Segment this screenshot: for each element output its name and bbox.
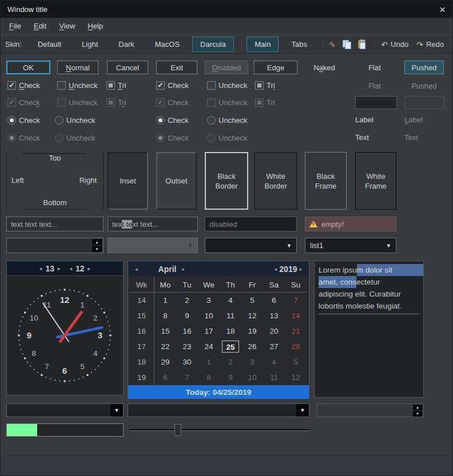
- cut-icon[interactable]: ✂: [329, 40, 336, 49]
- pushed-button[interactable]: Pushed: [404, 61, 444, 74]
- spin-right-icon[interactable]: ▸: [88, 266, 91, 271]
- slider[interactable]: [129, 423, 309, 437]
- slider-handle[interactable]: [174, 424, 181, 436]
- text-input[interactable]: text text text...: [6, 217, 104, 231]
- calendar-day[interactable]: 26: [241, 342, 263, 351]
- hour-spinner[interactable]: ◂ 13 ▸: [39, 264, 61, 273]
- text-input-selection[interactable]: text text text...: [108, 217, 198, 231]
- exit-button[interactable]: Exit: [156, 61, 197, 74]
- next-month-icon[interactable]: ▸: [180, 266, 187, 272]
- calendar-day[interactable]: 8: [198, 373, 220, 382]
- combobox-empty[interactable]: ▼: [205, 238, 297, 253]
- combobox-bottom-center[interactable]: ▼: [128, 403, 309, 417]
- calendar-day[interactable]: 7: [285, 296, 307, 305]
- radio-uncheck[interactable]: Uncheck: [207, 115, 251, 125]
- menu-view[interactable]: View: [53, 19, 81, 33]
- calendar-day[interactable]: 29: [154, 358, 176, 366]
- minute-spinner[interactable]: ◂ 12 ▸: [70, 264, 91, 273]
- empty-line-edit[interactable]: [404, 96, 444, 109]
- close-icon[interactable]: ×: [439, 4, 446, 15]
- combobox-bottom-left[interactable]: ▼: [6, 403, 124, 417]
- spin-up-icon[interactable]: ▲: [92, 239, 102, 245]
- flat-button[interactable]: Flat: [359, 61, 391, 74]
- calendar-day[interactable]: 3: [241, 358, 263, 366]
- undo-button[interactable]: ↶ Undo: [381, 40, 408, 49]
- calendar-day[interactable]: 2: [220, 358, 241, 366]
- calendar-day[interactable]: 5: [241, 296, 263, 305]
- calendar-day[interactable]: 12: [285, 373, 307, 382]
- calendar-day[interactable]: 19: [241, 327, 263, 335]
- calendar-day[interactable]: 8: [154, 311, 176, 320]
- skin-default[interactable]: Default: [30, 37, 69, 52]
- calendar-day[interactable]: 7: [176, 373, 198, 382]
- menu-file[interactable]: File: [3, 19, 27, 33]
- checkbox-uncheck[interactable]: Uncheck: [207, 80, 248, 90]
- radio-uncheck[interactable]: Uncheck: [55, 115, 98, 125]
- calendar-day[interactable]: 4: [220, 296, 241, 305]
- combobox-list1[interactable]: list1 ▼: [305, 238, 396, 253]
- spin-right-icon[interactable]: ▸: [58, 266, 61, 271]
- dark-line-edit[interactable]: [355, 96, 397, 109]
- prev-month-icon[interactable]: ◂: [133, 266, 140, 272]
- calendar-day[interactable]: 12: [241, 311, 263, 320]
- calendar-day[interactable]: 1: [198, 358, 220, 366]
- calendar-day[interactable]: 17: [198, 327, 220, 335]
- prev-year-icon[interactable]: ◂: [272, 266, 280, 272]
- calendar-day[interactable]: 22: [154, 342, 176, 351]
- spin-up-icon[interactable]: ▲: [413, 405, 422, 410]
- calendar-day[interactable]: 1: [154, 296, 176, 305]
- calendar-day[interactable]: 16: [176, 327, 198, 335]
- radio-check[interactable]: Check: [156, 115, 189, 125]
- normal-button[interactable]: Normal: [57, 61, 98, 74]
- copy-icon[interactable]: [343, 40, 351, 49]
- calendar-day[interactable]: 27: [263, 342, 285, 351]
- spinbox[interactable]: ▲ ▼: [6, 238, 104, 253]
- radio-check[interactable]: Check: [7, 115, 40, 125]
- skin-macos[interactable]: MacOS: [147, 37, 188, 52]
- text-edit[interactable]: Lorem ipsum dolor sit amet, consectetur …: [314, 261, 424, 398]
- menu-help[interactable]: Help: [81, 19, 109, 33]
- calendar-day[interactable]: 25: [220, 341, 241, 353]
- calendar-day[interactable]: 30: [176, 358, 198, 366]
- skin-darcula[interactable]: Darcula: [192, 37, 234, 52]
- calendar-day[interactable]: 10: [198, 311, 220, 320]
- calendar-day[interactable]: 24: [198, 342, 220, 351]
- spin-left-icon[interactable]: ◂: [39, 266, 42, 271]
- ok-button[interactable]: OK: [6, 61, 50, 74]
- slider-groove[interactable]: [129, 429, 309, 431]
- calendar-day[interactable]: 5: [285, 358, 307, 366]
- redo-button[interactable]: ↷ Redo: [416, 40, 444, 49]
- calendar-day[interactable]: 10: [241, 373, 263, 382]
- spin-left-icon[interactable]: ◂: [70, 266, 73, 271]
- calendar-day[interactable]: 9: [220, 373, 241, 382]
- calendar-day[interactable]: 14: [285, 311, 307, 320]
- spin-down-icon[interactable]: ▼: [413, 411, 422, 417]
- checkbox-tri[interactable]: Tri: [106, 80, 126, 90]
- spin-down-icon[interactable]: ▼: [92, 246, 102, 252]
- spinbox-bottom-right[interactable]: ▲ ▼: [317, 403, 424, 417]
- view-main[interactable]: Main: [247, 37, 279, 52]
- skin-dark[interactable]: Dark: [110, 37, 142, 52]
- cancel-button[interactable]: Cancel: [107, 61, 148, 74]
- calendar-day[interactable]: 6: [263, 296, 285, 305]
- naked-button[interactable]: Naked: [307, 61, 342, 74]
- menu-edit[interactable]: Edit: [27, 19, 53, 33]
- calendar-day[interactable]: 2: [176, 296, 198, 305]
- next-year-icon[interactable]: ▸: [297, 266, 304, 272]
- checkbox-tri[interactable]: Tri: [255, 80, 275, 90]
- calendar-day[interactable]: 21: [285, 327, 307, 335]
- calendar-day[interactable]: 11: [263, 373, 285, 382]
- calendar-day[interactable]: 20: [263, 327, 285, 335]
- checkbox-uncheck[interactable]: Uncheck: [57, 80, 98, 90]
- edge-button[interactable]: Edge: [254, 61, 297, 74]
- calendar-day[interactable]: 4: [263, 358, 285, 366]
- calendar-day[interactable]: 3: [198, 296, 220, 305]
- calendar-day[interactable]: 9: [176, 311, 198, 320]
- skin-light[interactable]: Light: [74, 37, 106, 52]
- calendar-day[interactable]: 18: [220, 327, 241, 335]
- warning-input[interactable]: empty!: [305, 217, 396, 231]
- calendar-day[interactable]: 23: [176, 342, 198, 351]
- calendar-day[interactable]: 6: [154, 373, 176, 382]
- checkbox-check[interactable]: ✓Check: [7, 80, 40, 90]
- calendar-day[interactable]: 13: [263, 311, 285, 320]
